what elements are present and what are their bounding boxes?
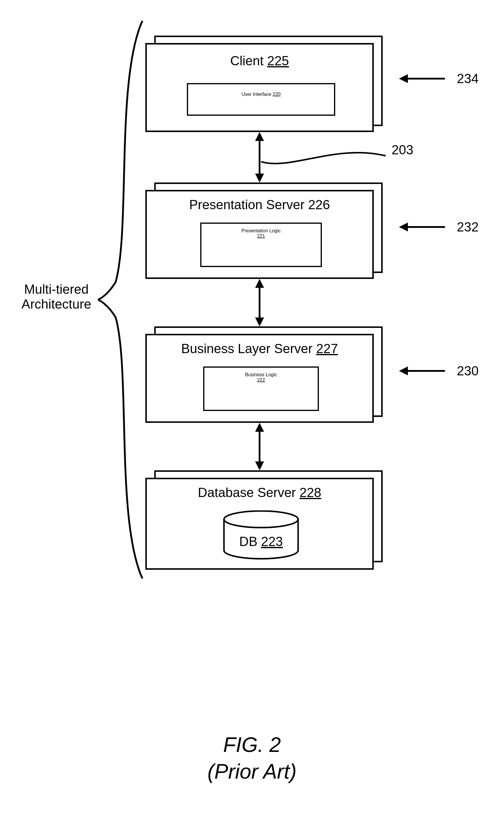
svg-marker-3 <box>255 132 264 141</box>
tier-title-ref: 228 <box>299 485 321 500</box>
svg-marker-4 <box>255 174 264 183</box>
tier-client: Client 225 User Interface 220 <box>145 36 380 130</box>
pointer-arrow-232 <box>398 220 448 235</box>
tier-title-ref: 226 <box>308 197 330 212</box>
tier-title: Database Server <box>198 485 296 500</box>
inner-ref: 221 <box>257 233 265 239</box>
tier-title: Business Layer Server <box>181 341 313 356</box>
db-ref: 223 <box>261 534 283 549</box>
ref-234: 234 <box>457 71 479 86</box>
connector-arrow-2 <box>252 279 267 326</box>
tier-title-ref: 227 <box>316 341 338 356</box>
figure-caption-line2: (Prior Art) <box>0 760 504 783</box>
tier-database: Database Server 228 DB 223 <box>145 470 380 568</box>
svg-marker-1 <box>399 74 408 83</box>
diagram-canvas: Multi-tiered Architecture Client 225 Use… <box>0 0 504 835</box>
pointer-arrow-230 <box>398 364 448 378</box>
tier-presentation: Presentation Server 226 Presentation Log… <box>145 183 380 278</box>
svg-marker-9 <box>255 318 264 326</box>
svg-marker-6 <box>399 223 408 231</box>
tier-business: Business Layer Server 227 Business Logic… <box>145 326 380 421</box>
tier-title: Client <box>230 54 264 68</box>
svg-marker-8 <box>255 279 264 288</box>
inner-title: Presentation Logic <box>241 228 281 233</box>
database-cylinder-icon: DB 223 <box>221 510 301 561</box>
inner-title: User Interface <box>241 92 271 97</box>
inner-ref: 222 <box>257 378 265 383</box>
svg-marker-14 <box>255 462 264 470</box>
pointer-arrow-234 <box>398 71 448 86</box>
db-label: DB <box>239 534 257 549</box>
inner-title: Business Logic <box>245 372 277 377</box>
figure-caption-line1: FIG. 2 <box>0 733 504 757</box>
tier-title-ref: 225 <box>267 54 289 68</box>
inner-ref: 220 <box>273 92 281 97</box>
connector-arrow-3 <box>252 423 267 470</box>
svg-marker-13 <box>255 423 264 432</box>
svg-marker-11 <box>399 366 408 375</box>
bracket-label: Multi-tiered Architecture <box>15 282 98 311</box>
ref-203: 203 <box>392 142 413 157</box>
bracket-curly <box>98 21 145 578</box>
svg-text:DB
           
          223: DB 223 <box>239 534 283 549</box>
ref-230: 230 <box>457 364 479 378</box>
tier-title: Presentation Server <box>189 197 304 212</box>
ref-232: 232 <box>457 220 479 235</box>
leader-203 <box>261 150 388 174</box>
svg-point-15 <box>224 511 298 528</box>
